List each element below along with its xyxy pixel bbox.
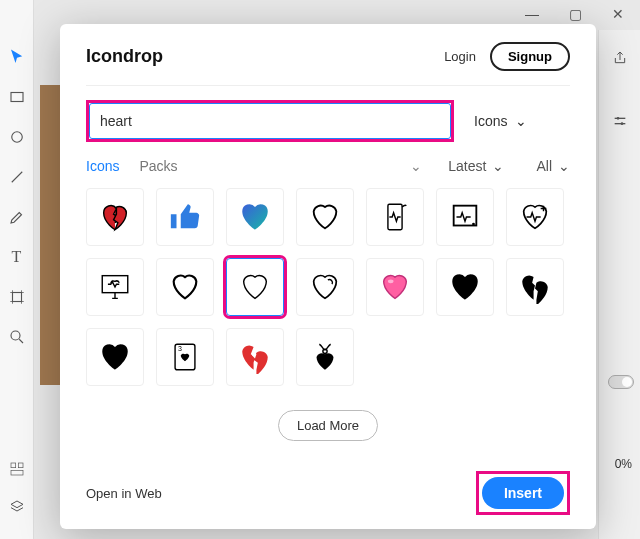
divider (86, 85, 570, 86)
svg-point-1 (11, 132, 22, 143)
line-tool-icon[interactable] (8, 168, 26, 186)
type-dropdown[interactable]: Icons ⌄ (474, 113, 527, 129)
filter-label: All (536, 158, 552, 174)
icon-heart-black[interactable] (436, 258, 494, 316)
insert-highlight: Insert (476, 471, 570, 515)
chevron-down-icon: ⌄ (558, 158, 570, 174)
opacity-value: 0% (615, 457, 632, 471)
chevron-down-icon[interactable]: ⌄ (410, 158, 422, 174)
type-dropdown-label: Icons (474, 113, 507, 129)
icon-thumbs-up[interactable] (156, 188, 214, 246)
svg-line-2 (11, 172, 22, 183)
svg-rect-0 (11, 93, 23, 102)
svg-rect-12 (11, 470, 23, 475)
filter-dropdown[interactable]: All ⌄ (536, 158, 570, 174)
icon-heart-outline-selected[interactable] (226, 258, 284, 316)
svg-rect-3 (12, 293, 21, 302)
svg-line-9 (19, 339, 23, 343)
icon-monitor-heartbeat[interactable] (436, 188, 494, 246)
zoom-tool-icon[interactable] (8, 328, 26, 346)
search-input[interactable] (89, 103, 451, 139)
icon-broken-heart-red[interactable] (86, 188, 144, 246)
tab-icons[interactable]: Icons (86, 158, 119, 174)
layers-icon[interactable] (9, 499, 25, 519)
svg-point-19 (472, 223, 475, 226)
sort-label: Latest (448, 158, 486, 174)
icon-grid: 3 (86, 188, 570, 386)
icon-broken-heart-red-2[interactable] (226, 328, 284, 386)
signup-button[interactable]: Signup (490, 42, 570, 71)
select-tool-icon[interactable] (8, 48, 26, 66)
dialog-title: Icondrop (86, 46, 163, 67)
svg-rect-10 (11, 463, 16, 468)
chevron-down-icon: ⌄ (515, 113, 527, 129)
window-maximize[interactable]: ▢ (569, 6, 582, 22)
bottom-left-tools (0, 461, 34, 519)
icon-phone-heartbeat[interactable] (366, 188, 424, 246)
open-in-web-link[interactable]: Open in Web (86, 486, 162, 501)
icon-heart-outline[interactable] (296, 188, 354, 246)
assets-icon[interactable] (9, 461, 25, 481)
text-tool-icon[interactable]: T (8, 248, 26, 266)
insert-button[interactable]: Insert (482, 477, 564, 509)
load-more-button[interactable]: Load More (278, 410, 378, 441)
right-panel: 0% (598, 30, 640, 539)
artboard-tool-icon[interactable] (8, 288, 26, 306)
tab-packs[interactable]: Packs (139, 158, 177, 174)
property-toggle[interactable] (608, 375, 634, 389)
icon-heart-script[interactable] (296, 258, 354, 316)
window-minimize[interactable]: — (525, 6, 539, 22)
share-icon[interactable] (612, 50, 628, 69)
icon-playing-card[interactable]: 3 (156, 328, 214, 386)
sort-dropdown[interactable]: Latest ⌄ (448, 158, 504, 174)
icon-broken-heart-black[interactable] (506, 258, 564, 316)
svg-point-14 (616, 117, 619, 120)
svg-rect-11 (18, 463, 23, 468)
icon-desktop-heartbeat[interactable] (86, 258, 144, 316)
icon-heart-pendant[interactable] (296, 328, 354, 386)
ellipse-tool-icon[interactable] (8, 128, 26, 146)
left-toolbar: T (0, 0, 34, 539)
icon-heart-plus[interactable] (506, 188, 564, 246)
svg-text:3: 3 (178, 345, 182, 353)
icon-heart-gradient[interactable] (226, 188, 284, 246)
rectangle-tool-icon[interactable] (8, 88, 26, 106)
icondrop-dialog: Icondrop Login Signup Icons ⌄ Icons Pack… (60, 24, 596, 529)
icon-heart-outline-thin[interactable] (156, 258, 214, 316)
align-settings-icon[interactable] (612, 113, 628, 132)
icon-heart-black-2[interactable] (86, 328, 144, 386)
window-close[interactable]: ✕ (612, 6, 624, 22)
svg-point-21 (388, 279, 394, 283)
pen-tool-icon[interactable] (8, 208, 26, 226)
svg-point-24 (323, 349, 327, 353)
icon-heart-pink[interactable] (366, 258, 424, 316)
login-link[interactable]: Login (444, 49, 476, 64)
svg-point-16 (620, 122, 623, 125)
search-highlight (86, 100, 454, 142)
svg-point-8 (11, 331, 20, 340)
svg-rect-20 (102, 276, 128, 293)
chevron-down-icon: ⌄ (492, 158, 504, 174)
canvas-artboard-edge (40, 85, 60, 385)
